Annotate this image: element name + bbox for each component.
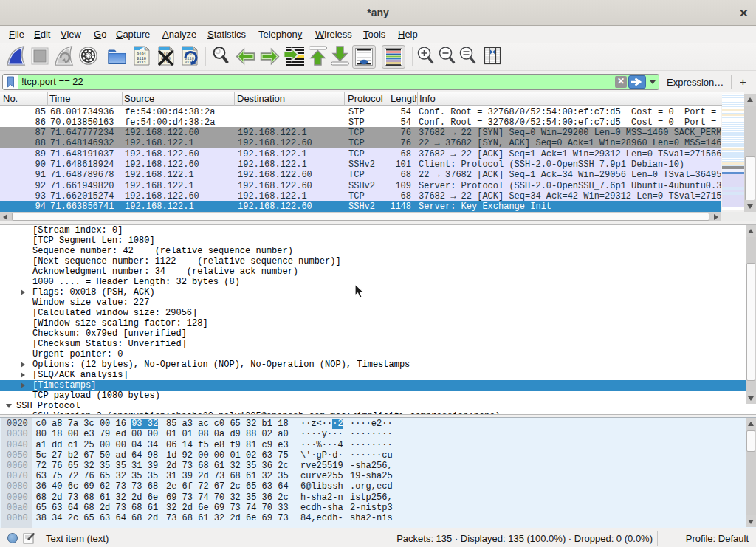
svg-text:0111: 0111 <box>137 61 146 65</box>
